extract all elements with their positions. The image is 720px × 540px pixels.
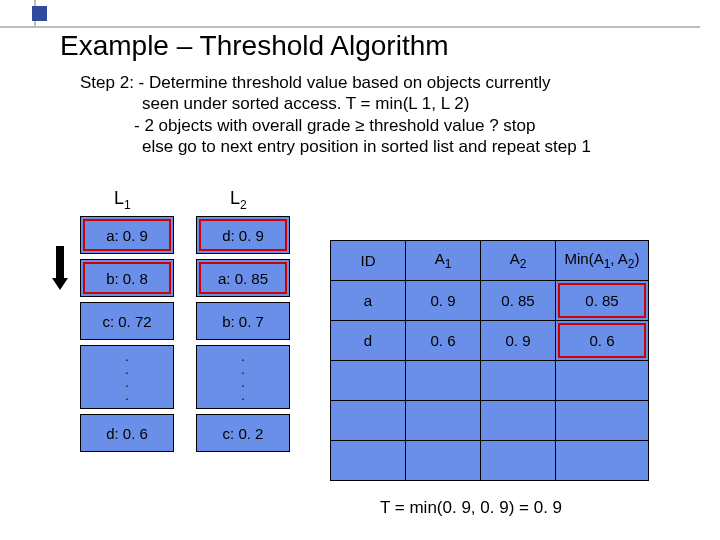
cell-min: 0. 6	[556, 321, 649, 361]
list-label-L2: L2	[230, 188, 247, 212]
list-L2: d: 0. 9 a: 0. 85 b: 0. 7 .... c: 0. 2	[196, 216, 290, 457]
table-row	[331, 401, 649, 441]
threshold-equation: T = min(0. 9, 0. 9) = 0. 9	[380, 498, 562, 518]
top-rule	[34, 26, 700, 28]
col-id: ID	[331, 241, 406, 281]
list-item: d: 0. 6	[80, 414, 174, 452]
col-a1: A1	[406, 241, 481, 281]
table-row	[331, 441, 649, 481]
step-line-3: - 2 objects with overall grade ≥ thresho…	[134, 115, 690, 136]
list-item: d: 0. 9	[196, 216, 290, 254]
table-row: a 0. 9 0. 85 0. 85	[331, 281, 649, 321]
down-arrow-icon	[52, 246, 68, 290]
table-header-row: ID A1 A2 Min(A1, A2)	[331, 241, 649, 281]
cell-a2: 0. 85	[481, 281, 556, 321]
cell-a1: 0. 9	[406, 281, 481, 321]
table-row: d 0. 6 0. 9 0. 6	[331, 321, 649, 361]
table-row	[331, 361, 649, 401]
corner-rule	[0, 0, 36, 28]
list-L1: a: 0. 9 b: 0. 8 c: 0. 72 .... d: 0. 6	[80, 216, 174, 457]
cell-id: d	[331, 321, 406, 361]
step-line-1: Step 2: - Determine threshold value base…	[80, 72, 690, 93]
list-item: c: 0. 72	[80, 302, 174, 340]
slide-title: Example – Threshold Algorithm	[60, 30, 449, 62]
step-description: Step 2: - Determine threshold value base…	[80, 72, 690, 157]
list-ellipsis: ....	[80, 345, 174, 409]
col-min: Min(A1, A2)	[556, 241, 649, 281]
list-item: b: 0. 8	[80, 259, 174, 297]
list-label-L1: L1	[114, 188, 131, 212]
step-line-2: seen under sorted access. T = min(L 1, L…	[142, 93, 690, 114]
bullet-square	[32, 6, 47, 21]
cell-id: a	[331, 281, 406, 321]
list-item: a: 0. 9	[80, 216, 174, 254]
col-a2: A2	[481, 241, 556, 281]
result-table: ID A1 A2 Min(A1, A2) a 0. 9 0. 85 0. 85 …	[330, 240, 649, 481]
list-item: b: 0. 7	[196, 302, 290, 340]
cell-min: 0. 85	[556, 281, 649, 321]
list-ellipsis: ....	[196, 345, 290, 409]
cell-a2: 0. 9	[481, 321, 556, 361]
list-item: c: 0. 2	[196, 414, 290, 452]
list-item: a: 0. 85	[196, 259, 290, 297]
step-line-4: else go to next entry position in sorted…	[142, 136, 690, 157]
cell-a1: 0. 6	[406, 321, 481, 361]
